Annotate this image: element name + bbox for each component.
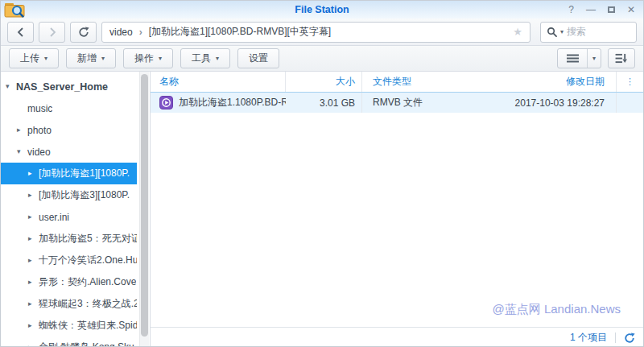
- sidebar: NAS_Server_Home music photo video [加勒比海盗…: [1, 72, 151, 347]
- file-name: 加勒比海盗1.1080P.BD-RMVB....: [179, 96, 286, 109]
- column-header-modified[interactable]: 修改日期: [455, 72, 616, 92]
- action-button[interactable]: 操作 ▾: [123, 48, 173, 68]
- file-modified-date: 2017-10-03 19:28:27: [455, 93, 616, 113]
- chevron-right-icon: [48, 27, 56, 37]
- items-count: 1 个项目: [570, 331, 607, 345]
- chevron-down-icon: ▾: [101, 56, 105, 62]
- breadcrumb-current: [加勒比海盗1][1080P.BD-RMVB][中英字幕]: [149, 25, 332, 39]
- sidebar-item-user-ini[interactable]: user.ini: [1, 206, 137, 228]
- forward-button[interactable]: [39, 22, 65, 43]
- column-options-icon[interactable]: ⋮: [616, 72, 643, 92]
- sidebar-item-pirates1[interactable]: [加勒比海盗1][1080P.: [1, 163, 137, 184]
- expand-arrow-icon[interactable]: [17, 148, 27, 155]
- collapse-arrow-icon[interactable]: [28, 300, 39, 308]
- chevron-down-icon: ▾: [592, 56, 596, 62]
- sort-descending-icon: [615, 53, 628, 64]
- titlebar: File Station ? — ✕: [1, 1, 643, 19]
- collapse-arrow-icon[interactable]: [28, 322, 39, 329]
- view-mode-dropdown[interactable]: ▾: [587, 49, 601, 68]
- sidebar-item-kong[interactable]: 金刚.骷髅岛.Kong.Sku: [1, 337, 137, 347]
- upload-button[interactable]: 上传 ▾: [9, 48, 59, 68]
- sidebar-scrollbar[interactable]: [139, 72, 149, 347]
- refresh-icon: [624, 333, 635, 344]
- refresh-icon: [78, 27, 89, 38]
- help-icon[interactable]: ?: [568, 5, 574, 14]
- back-button[interactable]: [7, 22, 34, 43]
- column-header-name[interactable]: 名称: [151, 72, 286, 92]
- window-controls: ? — ✕: [568, 1, 635, 19]
- statusbar-refresh-button[interactable]: [624, 333, 635, 344]
- column-header-size[interactable]: 大小: [286, 72, 362, 92]
- sidebar-item-pirates5[interactable]: 加勒比海盗5：死无对证: [1, 228, 137, 250]
- maximize-icon[interactable]: [608, 6, 615, 13]
- sidebar-item-planet-of-apes3[interactable]: 猩球崛起3：终极之战.2: [1, 293, 137, 315]
- sidebar-item-spider-man[interactable]: 蜘蛛侠：英雄归来.Spid: [1, 315, 137, 337]
- collapse-arrow-icon[interactable]: [28, 279, 39, 286]
- file-row[interactable]: 加勒比海盗1.1080P.BD-RMVB.... 3.01 GB RMVB 文件…: [151, 93, 643, 113]
- file-list-pane: 名称 大小 文件类型 修改日期 ⋮ 加勒比海盗1.1080P.BD-RMVB..…: [151, 72, 643, 347]
- scrollbar-thumb[interactable]: [141, 74, 148, 337]
- collapse-arrow-icon[interactable]: [28, 213, 39, 221]
- sidebar-item-music[interactable]: music: [1, 97, 137, 119]
- sidebar-item-alien-covenant[interactable]: 异形：契约.Alien.Cove: [1, 271, 137, 293]
- sidebar-item-bad-jokes2[interactable]: 十万个冷笑话2.One.Hu: [1, 250, 137, 271]
- chevron-down-icon: ▾: [44, 56, 47, 62]
- window-title: File Station: [1, 4, 643, 15]
- collapse-arrow-icon[interactable]: [28, 170, 39, 177]
- sidebar-item-photo[interactable]: photo: [1, 119, 137, 141]
- chevron-down-icon[interactable]: ▾: [560, 29, 564, 35]
- main-area: NAS_Server_Home music photo video [加勒比海盗…: [1, 72, 643, 347]
- chevron-down-icon: ▾: [159, 56, 162, 62]
- toolbar-right-group: ▾: [557, 48, 635, 68]
- favorite-star-icon[interactable]: ★: [513, 26, 522, 38]
- sidebar-item-video[interactable]: video: [1, 141, 137, 163]
- sort-button[interactable]: [608, 48, 635, 68]
- sidebar-item-pirates3[interactable]: [加勒比海盗3][1080P.: [1, 184, 137, 206]
- collapse-arrow-icon[interactable]: [17, 126, 27, 134]
- breadcrumb-root[interactable]: video: [109, 27, 133, 38]
- collapse-arrow-icon[interactable]: [28, 257, 39, 264]
- settings-button[interactable]: 设置: [237, 48, 279, 68]
- file-list-header: 名称 大小 文件类型 修改日期 ⋮: [151, 72, 643, 93]
- breadcrumb-separator-icon: ›: [139, 27, 142, 38]
- search-icon: [547, 27, 557, 37]
- file-size: 3.01 GB: [286, 93, 362, 113]
- search-box[interactable]: ▾ 搜索: [540, 22, 637, 43]
- column-header-type[interactable]: 文件类型: [362, 72, 455, 92]
- refresh-button[interactable]: [70, 22, 97, 43]
- minimize-icon[interactable]: —: [586, 5, 596, 14]
- navigation-bar: video › [加勒比海盗1][1080P.BD-RMVB][中英字幕] ★ …: [1, 19, 643, 46]
- expand-arrow-icon[interactable]: [6, 83, 16, 90]
- toolbar: 上传 ▾ 新增 ▾ 操作 ▾ 工具 ▾ 设置 ▾: [1, 46, 643, 72]
- collapse-arrow-icon[interactable]: [28, 192, 39, 199]
- chevron-left-icon: [17, 27, 25, 37]
- file-list-empty-area[interactable]: [151, 113, 643, 327]
- search-input[interactable]: 搜索: [567, 25, 586, 39]
- file-type: RMVB 文件: [362, 93, 455, 113]
- create-button[interactable]: 新增 ▾: [66, 48, 116, 68]
- view-mode-button[interactable]: ▾: [557, 48, 601, 68]
- chevron-down-icon: ▾: [216, 56, 219, 62]
- close-icon[interactable]: ✕: [627, 5, 635, 14]
- collapse-arrow-icon[interactable]: [28, 344, 39, 347]
- watermark: @蓝点网 Landian.News: [493, 302, 621, 317]
- file-station-window: File Station ? — ✕ video › [加勒比海盗1][1080…: [0, 0, 644, 347]
- statusbar-divider: [615, 333, 616, 343]
- list-view-icon[interactable]: [558, 49, 587, 68]
- sidebar-item-nas-server-home[interactable]: NAS_Server_Home: [1, 76, 137, 97]
- video-file-icon: [159, 96, 173, 109]
- status-bar: 1 个项目: [151, 327, 643, 347]
- tools-button[interactable]: 工具 ▾: [180, 48, 230, 68]
- breadcrumb[interactable]: video › [加勒比海盗1][1080P.BD-RMVB][中英字幕] ★: [101, 22, 530, 43]
- collapse-arrow-icon[interactable]: [28, 235, 39, 242]
